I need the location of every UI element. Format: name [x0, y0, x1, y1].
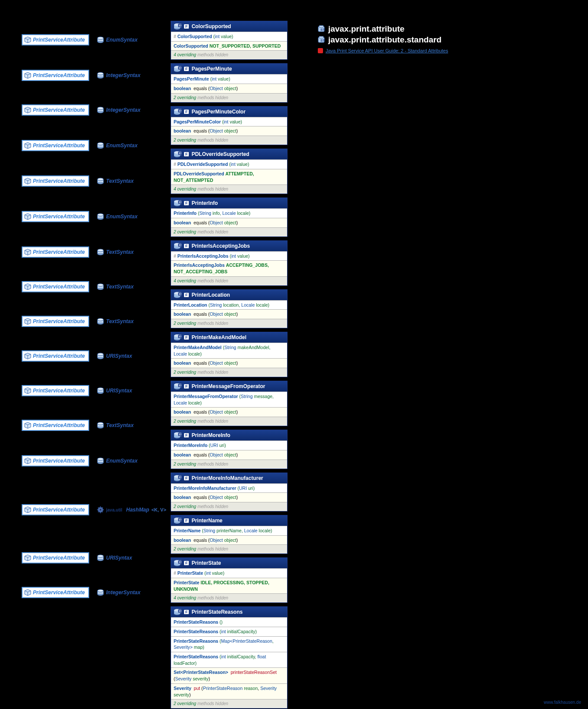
constructor-row: PrinterMoreInfoManufacturer (URI uri) [171, 483, 287, 493]
print-service-attribute-badge[interactable]: PrintServiceAttribute [22, 455, 89, 466]
syntax-class-text[interactable]: TextSyntax [97, 283, 134, 290]
print-service-attribute-badge[interactable]: PrintServiceAttribute [22, 350, 89, 362]
reference-link[interactable]: Java Print Service API User Guide: 2 - S… [318, 48, 448, 53]
class-icon [97, 422, 104, 429]
print-service-attribute-badge[interactable]: PrintServiceAttribute [22, 211, 89, 222]
constructor-row: PrinterInfo (String info, Locale locale) [171, 208, 287, 218]
svg-text:ST: ST [179, 518, 181, 521]
print-service-attribute-badge[interactable]: PrintServiceAttribute [22, 281, 89, 292]
method-row: boolean equals (Object object) [171, 450, 287, 460]
final-badge: F [184, 244, 189, 248]
syntax-class-text[interactable]: TextSyntax [97, 249, 134, 256]
class-card-header[interactable]: STFPagesPerMinute [171, 64, 287, 74]
final-badge: F [184, 152, 189, 156]
print-service-attribute-badge[interactable]: PrintServiceAttribute [22, 316, 89, 327]
svg-text:ST: ST [179, 433, 181, 436]
interface-icon [24, 213, 31, 220]
constants-row: ColorSupported NOT_SUPPORTED, SUPPORTED [171, 41, 287, 51]
syntax-class-text[interactable]: TextSyntax [97, 422, 134, 429]
svg-point-46 [97, 589, 103, 592]
class-header-icon: ST [174, 432, 181, 439]
hidden-methods-row: 4 overriding methods hidden [171, 276, 287, 285]
class-card-header[interactable]: STFPrinterIsAcceptingJobs [171, 241, 287, 251]
constructor-row: # ColorSupported (int value) [171, 32, 287, 41]
class-title: ColorSupported [191, 23, 231, 29]
interface-icon [24, 387, 31, 394]
syntax-class-integer[interactable]: IntegerSyntax [97, 107, 140, 113]
svg-point-2 [97, 37, 103, 39]
class-card-header[interactable]: STFPrinterMakeAndModel [171, 332, 287, 343]
print-service-attribute-badge[interactable]: PrintServiceAttribute [22, 587, 89, 598]
syntax-class-text[interactable]: TextSyntax [97, 318, 134, 325]
syntax-class-enum[interactable]: EnumSyntax [97, 213, 138, 220]
class-title: PDLOverrideSupported [191, 151, 249, 157]
class-card-header[interactable]: STFPrinterMoreInfo [171, 430, 287, 440]
class-card-header[interactable]: STFPrinterLocation [171, 290, 287, 300]
class-title: PrinterMakeAndModel [191, 334, 246, 340]
syntax-class-integer[interactable]: IntegerSyntax [97, 72, 140, 79]
syntax-class-hashmap[interactable]: java.util HashMap <K, V> [97, 506, 166, 513]
class-card-header[interactable]: STFPrinterStateReasons [171, 607, 287, 617]
svg-point-20 [97, 249, 103, 252]
hidden-methods-row: 2 overriding methods hidden [171, 544, 287, 554]
svg-point-8 [97, 107, 103, 110]
class-card-printerinfo: STFPrinterInfoPrinterInfo (String info, … [171, 197, 288, 236]
syntax-class-enum[interactable]: EnumSyntax [97, 142, 138, 149]
print-service-attribute-badge[interactable]: PrintServiceAttribute [22, 246, 89, 258]
method-row: boolean equals (Object object) [171, 84, 287, 93]
class-header-icon: ST [174, 560, 181, 567]
class-card-header[interactable]: STFPrinterMessageFromOperator [171, 381, 287, 392]
print-service-attribute-badge[interactable]: PrintServiceAttribute [22, 175, 89, 187]
print-service-attribute-badge[interactable]: PrintServiceAttribute [22, 140, 89, 151]
svg-text:ST: ST [179, 152, 181, 155]
class-card-pdloverridesupported: STFPDLOverrideSupported# PDLOverrideSupp… [171, 149, 288, 194]
class-card-printerstate: STFPrinterState# PrinterState (int value… [171, 557, 288, 603]
syntax-class-uri[interactable]: URISyntax [97, 387, 132, 394]
syntax-class-uri[interactable]: URISyntax [97, 353, 132, 359]
print-service-attribute-badge[interactable]: PrintServiceAttribute [22, 34, 89, 45]
syntax-class-enum[interactable]: EnumSyntax [97, 457, 138, 464]
svg-point-35 [97, 422, 103, 425]
class-icon [97, 107, 104, 113]
class-card-header[interactable]: STFPrinterName [171, 515, 287, 526]
print-service-attribute-badge[interactable]: PrintServiceAttribute [22, 104, 89, 116]
class-card-header[interactable]: STFPrinterMoreInfoManufacturer [171, 473, 287, 483]
package-icon: ST [318, 36, 326, 44]
syntax-class-integer[interactable]: IntegerSyntax [97, 589, 140, 596]
svg-text:ST: ST [320, 39, 325, 42]
svg-point-11 [97, 142, 103, 145]
constructor-row: PagesPerMinuteColor (int value) [171, 117, 287, 126]
class-card-header[interactable]: STFColorSupported [171, 21, 287, 32]
class-icon [97, 178, 104, 185]
class-card-header[interactable]: STFPrinterState [171, 558, 287, 568]
class-icon [97, 142, 104, 149]
svg-text:ST: ST [320, 28, 325, 32]
package-label-1: ST javax.print.attribute [318, 24, 448, 34]
svg-text:ST: ST [179, 610, 181, 612]
print-service-attribute-badge[interactable]: PrintServiceAttribute [22, 420, 89, 431]
print-service-attribute-badge[interactable]: PrintServiceAttribute [22, 385, 89, 396]
watermark: www.falkhausen.de [544, 700, 581, 705]
interface-icon [24, 318, 31, 325]
class-card-header[interactable]: STFPagesPerMinuteColor [171, 107, 287, 117]
final-badge: F [184, 110, 189, 114]
print-service-attribute-badge[interactable]: PrintServiceAttribute [22, 552, 89, 563]
method-row: Set<PrinterStateReason> printerStateReas… [171, 667, 287, 683]
class-header-icon: ST [174, 23, 181, 30]
syntax-class-uri[interactable]: URISyntax [97, 554, 132, 561]
class-card-header[interactable]: STFPDLOverrideSupported [171, 149, 287, 159]
interface-icon [24, 554, 31, 561]
print-service-attribute-badge[interactable]: PrintServiceAttribute [22, 504, 89, 515]
hidden-methods-row: 2 overriding methods hidden [171, 136, 287, 145]
syntax-class-enum[interactable]: EnumSyntax [97, 36, 138, 43]
class-card-header[interactable]: STFPrinterInfo [171, 198, 287, 208]
class-title: PrinterState [191, 560, 221, 566]
interface-icon [24, 457, 31, 464]
class-title: PrinterMessageFromOperator [191, 383, 265, 389]
syntax-class-text[interactable]: TextSyntax [97, 178, 134, 185]
class-title: PrinterInfo [191, 200, 218, 206]
method-row: boolean equals (Object object) [171, 358, 287, 368]
constants-row: PDLOverrideSupported ATTEMPTED, NOT_ATTE… [171, 169, 287, 185]
print-service-attribute-badge[interactable]: PrintServiceAttribute [22, 70, 89, 81]
constructor-row: PrinterStateReasons () [171, 617, 287, 627]
